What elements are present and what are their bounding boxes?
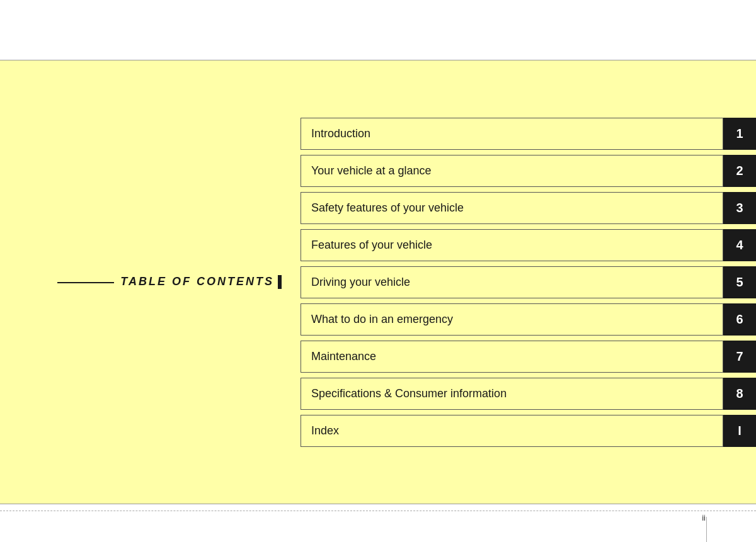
toc-item-label: Specifications & Consumer information [301, 378, 723, 410]
toc-item-number: 8 [723, 378, 756, 410]
toc-item-number: 3 [723, 192, 756, 224]
toc-item[interactable]: Specifications & Consumer information8 [301, 378, 756, 410]
dashed-line [0, 511, 756, 511]
toc-item[interactable]: IndexI [301, 415, 756, 447]
toc-item[interactable]: Maintenance7 [301, 341, 756, 373]
toc-item-number: 1 [723, 118, 756, 150]
toc-item-label: Features of your vehicle [301, 229, 723, 261]
page-number: ii [702, 513, 706, 522]
toc-item[interactable]: Safety features of your vehicle3 [301, 192, 756, 224]
main-content: TABLE OF CONTENTS Introduction1Your vehi… [0, 60, 756, 504]
toc-title-text: TABLE OF CONTENTS [120, 275, 274, 288]
toc-title: TABLE OF CONTENTS [120, 275, 282, 289]
toc-item-number: 7 [723, 341, 756, 373]
toc-item-number: 5 [723, 266, 756, 298]
toc-list: Introduction1Your vehicle at a glance2Sa… [301, 60, 756, 504]
toc-item[interactable]: What to do in an emergency6 [301, 303, 756, 336]
toc-item-label: Maintenance [301, 341, 723, 373]
vertical-line [706, 517, 707, 542]
toc-item-label: Your vehicle at a glance [301, 155, 723, 187]
toc-item-number: I [723, 415, 756, 447]
toc-item[interactable]: Features of your vehicle4 [301, 229, 756, 261]
toc-item-number: 6 [723, 303, 756, 336]
toc-item[interactable]: Your vehicle at a glance2 [301, 155, 756, 187]
toc-title-bar [278, 275, 282, 289]
toc-item[interactable]: Introduction1 [301, 118, 756, 150]
toc-item-label: Introduction [301, 118, 723, 150]
toc-item-label: What to do in an emergency [301, 303, 723, 336]
toc-item-label: Safety features of your vehicle [301, 192, 723, 224]
bottom-area: ii [0, 504, 756, 542]
toc-item-label: Index [301, 415, 723, 447]
left-panel: TABLE OF CONTENTS [0, 60, 301, 504]
page-container: TABLE OF CONTENTS Introduction1Your vehi… [0, 0, 756, 542]
toc-item-label: Driving your vehicle [301, 266, 723, 298]
toc-item-number: 2 [723, 155, 756, 187]
top-spacer [0, 0, 756, 60]
toc-item-number: 4 [723, 229, 756, 261]
toc-item[interactable]: Driving your vehicle5 [301, 266, 756, 298]
